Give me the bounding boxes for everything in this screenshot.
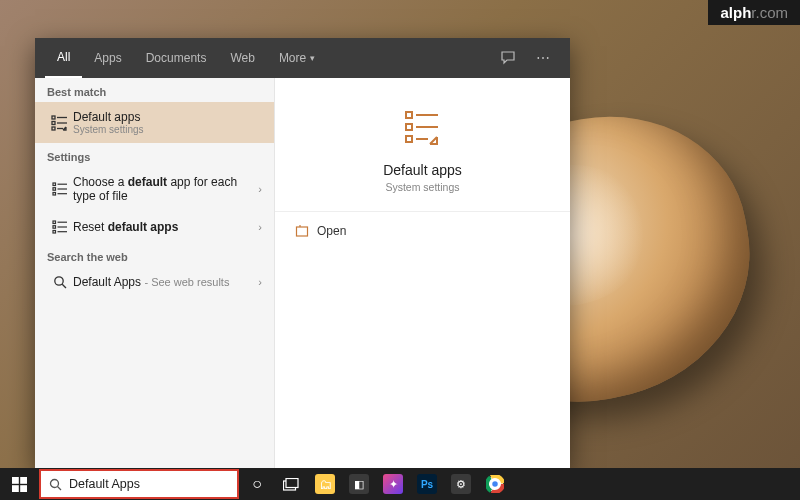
svg-rect-26 [297,227,308,236]
search-icon [49,478,62,491]
svg-rect-12 [53,221,56,224]
result-title: Default apps [73,110,140,124]
taskbar-search-box[interactable] [41,471,237,497]
chevron-right-icon: › [258,221,262,233]
results-list: Best match Default apps System settings … [35,78,275,468]
result-text: Choose a default app for each type of fi… [73,175,258,203]
svg-point-32 [51,479,59,487]
cortana-button[interactable]: ○ [240,468,274,500]
svg-rect-35 [286,478,298,487]
svg-line-33 [58,486,62,490]
svg-rect-10 [53,193,56,196]
svg-rect-22 [406,124,412,130]
open-label: Open [317,224,346,238]
taskbar-photoshop[interactable]: Ps [410,468,444,500]
svg-rect-20 [406,112,412,118]
preview-hero: Default apps System settings [275,78,570,212]
watermark: alphr.com [708,0,800,25]
result-web-default-apps[interactable]: Default Apps - See web results › [35,267,274,297]
search-results-panel: All Apps Documents Web More▾ ⋯ Best matc… [35,38,570,468]
default-apps-icon [47,114,73,132]
tab-web[interactable]: Web [218,38,266,78]
svg-rect-0 [52,116,55,119]
svg-rect-8 [53,188,56,191]
result-text: Reset default apps [73,220,258,234]
result-subtitle: System settings [73,124,262,135]
search-input[interactable] [69,477,229,491]
tab-apps[interactable]: Apps [82,38,133,78]
taskbar-file-explorer[interactable]: 🗂 [308,468,342,500]
svg-rect-16 [53,231,56,234]
svg-rect-29 [20,477,27,484]
watermark-brand: alph [720,4,751,21]
search-body: Best match Default apps System settings … [35,78,570,468]
tab-all[interactable]: All [45,38,82,78]
svg-rect-28 [12,477,19,484]
section-best-match: Best match [35,78,274,102]
result-choose-default-filetype[interactable]: Choose a default app for each type of fi… [35,167,274,211]
task-view-button[interactable] [274,468,308,500]
svg-rect-31 [20,485,27,492]
feedback-icon[interactable] [490,50,526,66]
chevron-right-icon: › [258,183,262,195]
chevron-right-icon: › [258,276,262,288]
default-apps-large-icon [402,106,444,148]
result-preview-pane: Default apps System settings Open [275,78,570,468]
result-text: Default apps System settings [73,110,262,135]
svg-point-40 [492,481,499,488]
preview-open-action[interactable]: Open [275,212,570,250]
taskbar-chrome[interactable] [478,468,512,500]
taskbar-app-1[interactable]: ◧ [342,468,376,500]
svg-point-18 [55,277,63,285]
svg-rect-2 [52,121,55,124]
section-search-web: Search the web [35,243,274,267]
svg-rect-24 [406,136,412,142]
search-icon [47,275,73,289]
watermark-suffix: r.com [751,4,788,21]
section-settings: Settings [35,143,274,167]
taskbar-app-2[interactable]: ✦ [376,468,410,500]
list-icon [47,181,73,197]
preview-title: Default apps [383,162,462,178]
taskbar-settings[interactable]: ⚙ [444,468,478,500]
taskbar: ○ 🗂 ◧ ✦ Ps ⚙ [0,468,800,500]
result-text: Default Apps - See web results [73,275,258,289]
svg-rect-30 [12,485,19,492]
svg-rect-14 [53,226,56,229]
start-button[interactable] [0,468,38,500]
chevron-down-icon: ▾ [310,53,315,63]
tab-documents[interactable]: Documents [134,38,219,78]
list-icon [47,219,73,235]
svg-line-19 [62,284,66,288]
more-options-icon[interactable]: ⋯ [526,50,560,66]
tab-more[interactable]: More▾ [267,38,327,78]
preview-subtitle: System settings [385,181,459,193]
result-default-apps[interactable]: Default apps System settings [35,102,274,143]
open-icon [295,224,317,238]
svg-rect-4 [52,127,55,130]
search-tabs: All Apps Documents Web More▾ ⋯ [35,38,570,78]
result-reset-default-apps[interactable]: Reset default apps › [35,211,274,243]
svg-rect-6 [53,183,56,186]
